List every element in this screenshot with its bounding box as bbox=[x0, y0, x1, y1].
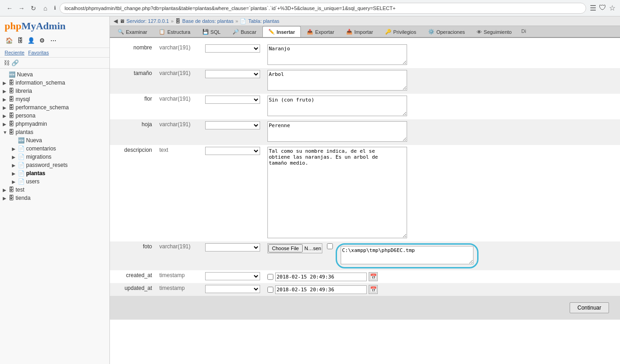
tab-exportar[interactable]: 📤 Exportar bbox=[301, 26, 340, 37]
field-type-flor: varchar(191) bbox=[156, 94, 201, 119]
null-select-flor[interactable] bbox=[205, 96, 260, 104]
forward-button[interactable]: → bbox=[16, 3, 27, 13]
input-tamano[interactable]: Arbol bbox=[267, 70, 407, 91]
breadcrumb-server[interactable]: Servidor: 127.0.0.1 bbox=[126, 18, 169, 24]
tree-item-performance-schema[interactable]: ▶ 🗄 performance_schema bbox=[0, 103, 109, 112]
collapse-button[interactable]: ◀ bbox=[114, 18, 118, 24]
updated-at-calendar-button[interactable]: 📅 bbox=[369, 285, 378, 294]
tree-item-test[interactable]: ▶ 🗄 test bbox=[0, 186, 109, 194]
input-hoja[interactable]: Perenne bbox=[267, 121, 407, 142]
tab-operaciones[interactable]: ⚙️ Operaciones bbox=[422, 26, 471, 37]
tree-label-users: users bbox=[26, 178, 39, 185]
input-nombre[interactable]: Naranjo bbox=[267, 44, 407, 65]
tree-item-nueva[interactable]: 🆕 Nueva bbox=[0, 70, 109, 79]
tab-privilegios[interactable]: 🔑 Privilegios bbox=[379, 26, 422, 37]
settings-icon[interactable]: ⚙ bbox=[38, 36, 47, 45]
tree-item-users[interactable]: ▶ 📄 users bbox=[9, 177, 109, 186]
foto-value-wrapper: C:\xampp\tmp\phpD6EC.tmp bbox=[267, 243, 616, 268]
db-icon-libreria: 🗄 bbox=[9, 88, 14, 94]
tree-item-persona[interactable]: ▶ 🗄 persona bbox=[0, 112, 109, 120]
breadcrumb-table[interactable]: Tabla: plantas bbox=[248, 18, 279, 24]
input-flor[interactable]: Sin (con fruto) bbox=[267, 96, 407, 116]
tree-item-migrations[interactable]: ▶ 📄 migrations bbox=[9, 153, 109, 161]
sidebar-links: Reciente Favoritas bbox=[0, 48, 109, 58]
tab-importar[interactable]: 📥 Importar bbox=[340, 26, 379, 37]
address-bar[interactable] bbox=[60, 3, 586, 14]
user-icon[interactable]: 👤 bbox=[27, 36, 36, 45]
tab-seguimiento[interactable]: 👁 Seguimiento bbox=[471, 26, 517, 37]
tab-di[interactable]: Di bbox=[517, 26, 529, 37]
db-cylinder-icon: 🗄 bbox=[9, 80, 14, 86]
back-button[interactable]: ← bbox=[5, 3, 15, 13]
db-icon[interactable]: 🗄 bbox=[16, 36, 25, 45]
field-value-nombre: Naranjo bbox=[264, 43, 620, 68]
tab-buscar[interactable]: 🔎 Buscar bbox=[227, 26, 262, 37]
null-select-foto[interactable] bbox=[205, 243, 260, 252]
more-icon[interactable]: ⋯ bbox=[49, 36, 58, 45]
privilegios-icon: 🔑 bbox=[385, 29, 392, 35]
tab-seguimiento-label: Seguimiento bbox=[484, 29, 511, 35]
field-null-foto bbox=[201, 241, 264, 270]
field-row-flor: flor varchar(191) Sin (con fruto) bbox=[110, 94, 620, 119]
input-updated-at[interactable] bbox=[275, 285, 367, 294]
reciente-link[interactable]: Reciente bbox=[5, 50, 24, 55]
tree-item-information-schema[interactable]: ▶ 🗄 information_schema bbox=[0, 79, 109, 87]
reload-button[interactable]: ↻ bbox=[28, 3, 38, 13]
tab-examinar[interactable]: 🔍 Examinar bbox=[112, 26, 153, 37]
seguimiento-icon: 👁 bbox=[477, 29, 482, 35]
home-button[interactable]: ⌂ bbox=[40, 3, 50, 13]
db-icon-mysql: 🗄 bbox=[9, 96, 14, 102]
created-at-calendar-button[interactable]: 📅 bbox=[369, 272, 378, 281]
exportar-icon: 📤 bbox=[307, 29, 313, 35]
expander-libreria: ▶ bbox=[3, 89, 7, 94]
continuar-button[interactable]: Continuar bbox=[570, 302, 609, 313]
tree-item-comentarios[interactable]: ▶ 📄 comentarios bbox=[9, 145, 109, 153]
updated-at-null-checkbox[interactable] bbox=[267, 287, 273, 293]
star-icon: ☆ bbox=[609, 4, 615, 12]
input-foto[interactable]: C:\xampp\tmp\phpD6EC.tmp bbox=[341, 246, 473, 264]
foto-checkbox[interactable] bbox=[327, 243, 333, 249]
breadcrumb-db[interactable]: Base de datos: plantas bbox=[182, 18, 234, 24]
tree-item-plantas[interactable]: ▼ 🗄 plantas bbox=[0, 128, 109, 136]
foto-file-input[interactable] bbox=[267, 243, 322, 253]
null-select-hoja[interactable] bbox=[205, 121, 260, 129]
field-label-created-at: created_at bbox=[110, 270, 156, 283]
tree-item-tienda[interactable]: ▶ 🗄 tienda bbox=[0, 194, 109, 202]
null-select-nombre[interactable] bbox=[205, 44, 260, 53]
home-icon[interactable]: 🏠 bbox=[5, 36, 14, 45]
null-select-descripcion[interactable] bbox=[205, 147, 260, 155]
server-icon: 🖥 bbox=[120, 18, 125, 24]
tree-item-libreria[interactable]: ▶ 🗄 libreria bbox=[0, 87, 109, 95]
tree-item-mysql[interactable]: ▶ 🗄 mysql bbox=[0, 95, 109, 103]
tree-item-phpmyadmin[interactable]: ▶ 🗄 phpmyadmin bbox=[0, 120, 109, 128]
expander-mysql: ▶ bbox=[3, 97, 7, 102]
table-icon-plantas: 📄 bbox=[18, 170, 25, 177]
input-descripcion[interactable]: Tal como su nombre indica, de el se obti… bbox=[267, 147, 407, 238]
tab-estructura[interactable]: 📋 Estructura bbox=[153, 26, 196, 37]
input-created-at[interactable] bbox=[275, 273, 367, 281]
field-label-descripcion: descripcion bbox=[110, 145, 156, 241]
field-value-flor: Sin (con fruto) bbox=[264, 94, 620, 119]
field-label-hoja: hoja bbox=[110, 119, 156, 145]
tab-sql[interactable]: 💾 SQL bbox=[196, 26, 227, 37]
expander-test: ▶ bbox=[3, 187, 7, 193]
plants-children: 🆕 Nueva ▶ 📄 comentarios ▶ 📄 migrations ▶… bbox=[0, 136, 109, 186]
tree-item-password-resets[interactable]: ▶ 📄 password_resets bbox=[9, 161, 109, 169]
tab-insertar-label: Insertar bbox=[277, 29, 295, 35]
null-select-updated-at[interactable] bbox=[205, 285, 260, 293]
created-at-null-checkbox[interactable] bbox=[267, 274, 273, 280]
tree-item-plantas-nueva[interactable]: 🆕 Nueva bbox=[9, 136, 109, 145]
expander-migrations: ▶ bbox=[12, 155, 16, 160]
tree-item-plantas-table[interactable]: ▶ 📄 plantas bbox=[9, 169, 109, 177]
field-type-descripcion: text bbox=[156, 145, 201, 241]
sidebar-link-icons: ⛓ 🔗 bbox=[0, 58, 109, 69]
favoritas-link[interactable]: Favoritas bbox=[28, 50, 49, 55]
tab-insertar[interactable]: ✏️ Insertar bbox=[262, 26, 301, 37]
field-row-tamano: tamaño varchar(191) Arbol bbox=[110, 68, 620, 94]
field-label-foto: foto bbox=[110, 241, 156, 270]
expander-comentarios: ▶ bbox=[12, 146, 16, 151]
importar-icon: 📥 bbox=[346, 29, 353, 35]
null-select-created-at[interactable] bbox=[205, 272, 260, 280]
field-value-updated-at: 📅 bbox=[264, 283, 620, 296]
null-select-tamano[interactable] bbox=[205, 70, 260, 78]
